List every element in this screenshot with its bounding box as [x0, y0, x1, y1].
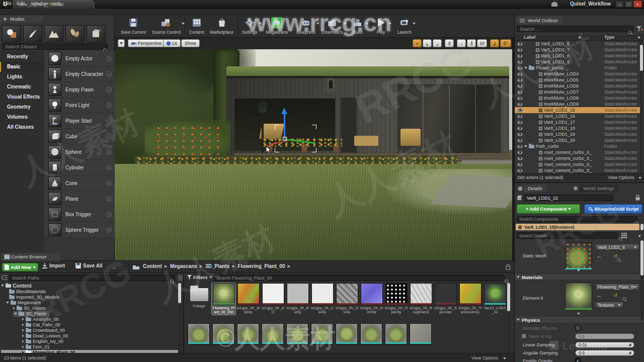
asset-tile[interactable]: si1qjrp_2K_Roughness — [409, 283, 433, 315]
content-view-options[interactable]: View Options — [471, 355, 498, 360]
asset-tile[interactable]: Var10_LOD1_10 — [483, 283, 507, 315]
category-recently-placed[interactable]: Recently Placed — [0, 52, 44, 62]
tree-row[interactable]: 3D_Assets — [13, 306, 46, 311]
sort-asc-icon[interactable] — [578, 36, 581, 38]
launch-button[interactable]: Launch — [397, 17, 412, 35]
outliner-row[interactable]: tmekfduiw_LOD8StaticMeshActor — [515, 95, 641, 101]
outliner-row[interactable]: tmekfduiw_LOD4StaticMeshActor — [515, 71, 641, 77]
list-toggle-icon[interactable] — [178, 275, 183, 281]
use-selected-arrow-icon[interactable]: ← — [596, 293, 602, 298]
tab-world-settings[interactable]: World Settings — [579, 185, 618, 192]
help-icon[interactable]: ? — [106, 87, 112, 93]
asset-search-input[interactable] — [213, 275, 504, 281]
help-icon[interactable]: ? — [106, 71, 112, 77]
grid-size-value[interactable]: 10 — [477, 39, 487, 47]
menu-window[interactable]: Window — [31, 0, 48, 7]
visibility-eye-icon[interactable] — [517, 133, 523, 136]
caret-icon[interactable] — [13, 307, 15, 310]
filter-plus-icon[interactable] — [636, 26, 642, 32]
show-button[interactable]: Show — [181, 39, 200, 47]
breadcrumb-flowering-plant[interactable]: Flowering_Plant_00 — [238, 263, 285, 269]
material-thumbnail[interactable] — [565, 283, 592, 310]
asset-tile[interactable]: si1qjrp_2K_AO — [261, 283, 285, 315]
mode-place-icon[interactable] — [2, 25, 21, 42]
column-type[interactable]: Type — [604, 35, 614, 40]
gizmo-z-axis[interactable] — [284, 114, 285, 138]
viewport-options-button[interactable] — [118, 39, 125, 47]
outliner-row[interactable]: Var8_LOD1_16StaticMeshActor — [515, 113, 641, 119]
outliner-scrollbar[interactable] — [640, 41, 643, 173]
mesh-thumbnail[interactable] — [237, 323, 259, 344]
caret-icon[interactable] — [22, 340, 24, 343]
rotation-snap-value[interactable]: 5° — [500, 39, 511, 47]
visibility-eye-icon[interactable] — [517, 84, 523, 88]
material-combo[interactable]: Flowering_Plant_00_inst — [595, 284, 639, 290]
help-icon[interactable]: ? — [106, 165, 112, 170]
expand-caret-icon[interactable] — [524, 67, 527, 69]
gizmo-origin[interactable] — [283, 137, 287, 141]
mesh-thumbnail[interactable] — [286, 323, 308, 344]
browse-icon[interactable] — [622, 297, 626, 301]
help-icon[interactable]: ? — [106, 180, 112, 186]
caret-icon[interactable] — [22, 334, 24, 337]
cinematics-button[interactable]: Cinematics — [321, 17, 343, 35]
mesh-thumbnail[interactable] — [385, 323, 407, 344]
asset-tile-folder[interactable]: Foliage — [187, 283, 211, 313]
place-cube[interactable]: Cube? — [44, 129, 115, 144]
minimize-button[interactable]: – — [615, 1, 624, 8]
visibility-eye-icon[interactable] — [517, 127, 523, 130]
asset-tile[interactable]: si1qjrp_2K_Translucency — [458, 283, 482, 315]
visibility-eye-icon[interactable] — [517, 72, 523, 76]
grid-snap-button[interactable] — [467, 39, 476, 47]
viewport-3d-scene[interactable] — [115, 49, 512, 260]
mode-landscape-icon[interactable] — [44, 25, 63, 42]
assets-scrollbar[interactable] — [507, 283, 510, 353]
textures-button[interactable]: Textures — [595, 302, 623, 308]
category-cinematic[interactable]: Cinematic — [0, 82, 44, 92]
static-mesh-combo[interactable]: Var8_LOD1_8 — [595, 244, 639, 250]
outliner-view-options[interactable]: View Options — [608, 175, 634, 180]
use-selected-arrow-icon[interactable]: ← — [596, 253, 602, 258]
mesh-thumbnail[interactable] — [212, 323, 234, 344]
category-lights[interactable]: Lights — [0, 72, 44, 82]
settings-button[interactable]: Settings — [242, 17, 258, 35]
breadcrumb-content[interactable]: Content — [143, 263, 162, 269]
scale-tool-button[interactable] — [433, 39, 442, 47]
lock-browser-icon[interactable] — [505, 264, 511, 270]
world-space-button[interactable] — [445, 39, 454, 47]
mesh-thumbnail[interactable] — [262, 323, 284, 344]
visibility-eye-icon[interactable] — [517, 54, 523, 58]
visibility-eye-icon[interactable] — [517, 48, 523, 52]
mass-override-checkbox[interactable] — [522, 334, 526, 338]
caret-icon[interactable] — [1, 285, 4, 287]
help-icon[interactable]: ? — [106, 118, 112, 124]
expand-caret-icon[interactable] — [524, 145, 527, 147]
caret-icon[interactable] — [14, 313, 17, 315]
category-all-classes[interactable]: All Classes — [0, 122, 44, 132]
outliner-row[interactable]: Var5_LOD1_6StaticMeshActor — [515, 41, 641, 47]
asset-tile[interactable]: si1qjrp_2K_Specular — [434, 283, 457, 315]
place-cone[interactable]: Cone? — [44, 175, 115, 191]
close-button[interactable]: × — [633, 1, 642, 8]
save-current-button[interactable]: Save Current — [121, 17, 146, 35]
menu-help[interactable]: Help — [51, 0, 61, 7]
outliner-search-input[interactable] — [517, 26, 633, 32]
place-cylinder[interactable]: Cylinder? — [44, 160, 115, 175]
blueprints-button[interactable]: Blueprints — [296, 17, 315, 35]
mesh-thumbnail[interactable] — [188, 323, 210, 344]
asset-tile-selected[interactable]: Flowering_Plant_00_inst — [212, 283, 235, 315]
caret-icon[interactable] — [22, 329, 24, 332]
slider-handle-icon[interactable]: ◢ — [628, 342, 631, 346]
outliner-row[interactable]: Aset_cement_curbs_S_sepxW_LOStaticMeshAc… — [515, 161, 641, 167]
breadcrumb-3d-plants[interactable]: 3D_Plants — [205, 263, 229, 269]
megascans-button[interactable]: mMegascans — [266, 17, 288, 35]
visibility-eye-icon[interactable] — [517, 97, 523, 100]
place-point-light[interactable]: Point Light? — [44, 98, 115, 113]
outliner-row[interactable]: Var8_LOD1_18StaticMeshActor — [515, 125, 641, 131]
simulate-physics-checkbox[interactable] — [575, 325, 581, 331]
help-icon[interactable]: ? — [106, 149, 112, 155]
visibility-eye-icon[interactable] — [517, 78, 523, 82]
asset-tile[interactable]: si1qjrp_2K_Cavity — [310, 283, 334, 315]
mesh-thumbnail[interactable] — [311, 323, 333, 344]
lock-icon[interactable] — [635, 195, 640, 201]
